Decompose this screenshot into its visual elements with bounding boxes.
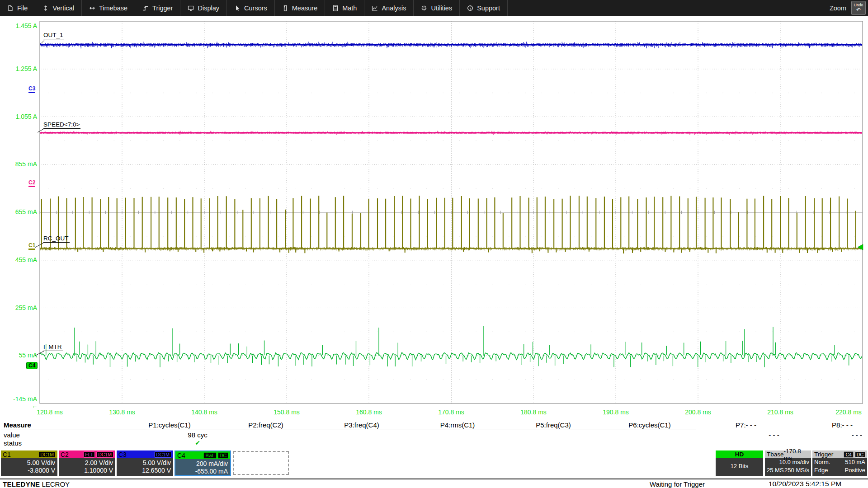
measure-p1-header[interactable]: P1:cycles(C1)	[131, 421, 208, 429]
x-axis-label: 170.8 ms	[433, 408, 469, 416]
zoom-label[interactable]: Zoom	[830, 5, 846, 12]
measure-p8-value: - - -	[811, 431, 862, 439]
x-axis-label: 200.8 ms	[680, 408, 716, 416]
trigger-source-badge: C4	[844, 451, 853, 458]
trigger-type: Edge	[814, 466, 828, 474]
measure-p1-status-check: ✔	[177, 439, 218, 446]
c2-scale: 2.00 V/div	[61, 459, 113, 467]
measure-p1-value: 98 cyc	[177, 431, 218, 439]
c3-scale: 5.00 V/div	[119, 459, 171, 467]
channel-marker-c4[interactable]: C4	[26, 362, 38, 369]
measure-p5-header[interactable]: P5:freq(C3)	[515, 421, 592, 429]
c1-offset: -3.8000 V	[3, 467, 55, 474]
measure-p3-header[interactable]: P3:freq(C4)	[323, 421, 400, 429]
x-axis-label: 190.8 ms	[598, 408, 634, 416]
y-axis-label: -145 mA	[1, 395, 37, 403]
hd-mode-box[interactable]: HD 12 Bits	[716, 450, 763, 476]
x-axis-label: 220.8 ms	[830, 408, 867, 416]
horizontal-arrows-icon	[89, 5, 95, 11]
measure-table: Measure P1:cycles(C1) P2:freq(C2) P3:fre…	[0, 420, 868, 450]
y-axis-label: 455 mA	[1, 256, 37, 263]
menu-item-support[interactable]: Support	[460, 0, 508, 16]
timebase-title: Tbase	[767, 451, 784, 458]
brand-logo: TELEDYNELECROY	[3, 480, 70, 488]
c4-coupling-badge: DC	[218, 452, 228, 459]
trend-chart-icon	[372, 5, 378, 11]
measure-p8-header[interactable]: P8:- - -	[804, 421, 868, 429]
menu-item-file[interactable]: File	[0, 0, 35, 16]
y-axis-label: 855 mA	[1, 160, 37, 168]
timebase-scale: 10.0 ms/div	[779, 458, 809, 466]
menu-item-measure[interactable]: Measure	[275, 0, 325, 16]
measure-value-row-label: value	[4, 431, 20, 439]
y-axis-label: 255 mA	[1, 304, 37, 311]
x-axis-label: 180.8 ms	[515, 408, 552, 416]
menu-item-label: Timebase	[99, 5, 127, 12]
menu-item-label: Utilities	[431, 5, 452, 12]
trigger-level: 510 mA	[845, 458, 865, 466]
c2-coupling-badge: DC1M	[96, 451, 113, 458]
measure-p2-header[interactable]: P2:freq(C2)	[227, 421, 304, 429]
trigger-edge-icon	[142, 5, 149, 11]
trigger-coupling-badge: DC	[855, 451, 865, 458]
menu-item-analysis[interactable]: Analysis	[364, 0, 414, 16]
y-axis-label: 1.255 A	[1, 65, 37, 72]
channel-marker-c1[interactable]: C1	[28, 243, 35, 250]
c3-header: C3 DC1M	[117, 450, 173, 458]
measure-status-row-label: status	[4, 439, 22, 447]
trigger-box[interactable]: Trigger C4 DC Norm. 510 mA Edge Positive	[812, 450, 867, 476]
channel-descriptor-c1[interactable]: C1 DC1M 5.00 V/div -3.8000 V	[1, 450, 57, 476]
menu-item-math[interactable]: Math	[325, 0, 364, 16]
x-axis-label: 140.8 ms	[186, 408, 222, 416]
menu-item-utilities[interactable]: Utilities	[414, 0, 460, 16]
y-axis-label: 1.055 A	[1, 113, 37, 120]
trace-label-out1: OUT_1	[43, 32, 64, 39]
c2-header: C2 FLT DC1M	[59, 450, 115, 458]
channel-descriptor-c2[interactable]: C2 FLT DC1M 2.00 V/div 1.10000 V	[59, 450, 115, 476]
measure-p7-header[interactable]: P7:- - -	[708, 421, 784, 429]
channel-marker-c3[interactable]: C3	[28, 86, 35, 93]
c2-filter-badge: FLT	[83, 451, 95, 458]
hd-header: HD	[716, 450, 763, 458]
graticule-and-traces	[0, 16, 868, 420]
c1-coupling-badge: DC1M	[38, 451, 56, 458]
x-axis-label: 160.8 ms	[351, 408, 387, 416]
menu-item-vertical[interactable]: Vertical	[35, 0, 82, 16]
c4-bandwidth-badge: BwL	[203, 452, 216, 459]
menu-item-label: Vertical	[52, 5, 74, 12]
measure-p4-header[interactable]: P4:rms(C1)	[419, 421, 496, 429]
datetime: 10/20/2023 5:42:15 PM	[769, 480, 841, 488]
c2-offset: 1.10000 V	[61, 467, 113, 474]
c1-scale: 5.00 V/div	[3, 459, 55, 467]
menu-item-display[interactable]: Display	[180, 0, 227, 16]
menu-item-label: Analysis	[382, 5, 406, 12]
menu-item-label: Math	[342, 5, 357, 12]
measure-p7-value: - - -	[754, 431, 794, 439]
menu-item-trigger[interactable]: Trigger	[135, 0, 180, 16]
menu-item-label: Display	[198, 5, 219, 12]
trace-label-imtr: I_MTR	[43, 343, 63, 351]
channel-descriptor-c3[interactable]: C3 DC1M 5.00 V/div 12.6500 V	[117, 450, 173, 476]
channel-marker-c2[interactable]: C2	[28, 180, 35, 187]
menu-item-cursors[interactable]: Cursors	[227, 0, 275, 16]
timebase-box[interactable]: Tbase -170.8 ms 10.0 ms/div 25 MS 250 MS…	[765, 450, 811, 476]
measure-p6-header[interactable]: P6:cycles(C1)	[611, 421, 688, 429]
menu-item-label: Trigger	[152, 5, 173, 12]
menu-bar: File Vertical Timebase Trigger Display C…	[0, 0, 868, 16]
c4-scale: 200 mA/div	[178, 460, 228, 468]
vertical-arrows-icon	[42, 5, 49, 11]
x-axis-label: 120.8 ms	[32, 408, 68, 416]
trace-label-rcout: RC_OUT	[43, 235, 70, 243]
acquisition-status: Waiting for Trigger	[650, 480, 705, 488]
c3-coupling-badge: DC1M	[154, 451, 171, 458]
empty-descriptor-slot[interactable]	[233, 451, 289, 475]
menu-item-label: Measure	[292, 5, 317, 12]
c4-offset: -655.00 mA	[178, 468, 228, 475]
channel-descriptor-c4[interactable]: C4 BwL DC 200 mA/div -655.00 mA	[175, 450, 231, 476]
oscilloscope-app: File Vertical Timebase Trigger Display C…	[0, 0, 868, 488]
measure-divider	[1, 430, 696, 430]
menu-item-label: Support	[477, 5, 500, 12]
undo-button[interactable]: Undo ↶	[851, 1, 866, 15]
status-bar: TELEDYNELECROY Waiting for Trigger 10/20…	[0, 479, 868, 488]
menu-item-timebase[interactable]: Timebase	[82, 0, 135, 16]
